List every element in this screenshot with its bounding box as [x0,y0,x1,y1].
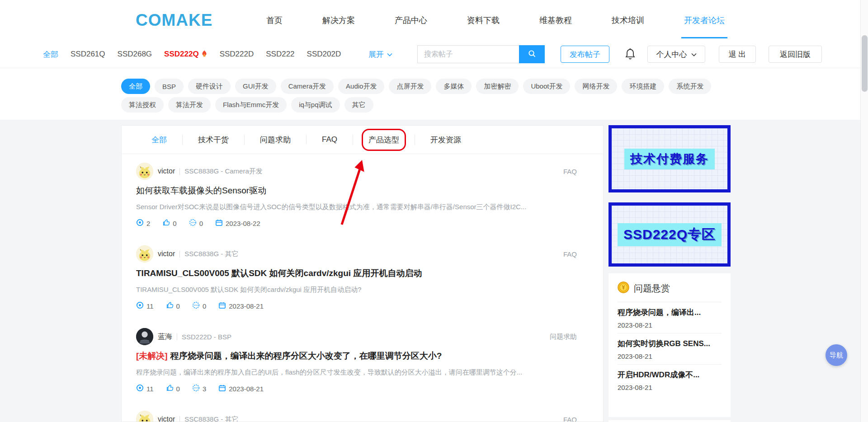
post-title-text: 如何获取车载摄像头的Sensor驱动 [136,186,266,195]
avatar[interactable] [136,411,153,422]
date-stat: 2023-08-21 [218,301,264,310]
search-button[interactable] [519,45,545,63]
post-title[interactable]: 如何获取车载摄像头的Sensor驱动 [136,185,577,196]
bounty-item-title: 开启HDR/WDR成像不... [618,370,722,380]
scrollbar-thumb[interactable] [862,35,868,92]
post-row[interactable]: victor SSC8838G - 其它 FAQ TIRAMISU_CLS00V… [136,237,577,319]
post-row[interactable]: victor SSC8838G - Camera开发 FAQ 如何获取车载摄像头… [136,154,577,237]
paid-service-banner[interactable]: 技术付费服务 [609,125,731,192]
main-nav-item[interactable]: 首页 [246,0,302,41]
category-chip[interactable]: BSP [155,79,184,94]
post-author[interactable]: victor [158,250,175,258]
comake-logo[interactable]: COMAKE [136,11,212,30]
main-nav-item[interactable]: 维基教程 [519,0,592,41]
ssd222q-zone-banner-text: SSD222Q专区 [618,223,722,246]
post-title[interactable]: TIRAMISU_CLS00V005 默认SDK 如何关闭cardv/zkgui… [136,267,577,279]
post-row[interactable]: 蓝海 SSD222D - BSP 问题求助 [未解决]程序烧录问题，编译出来的程… [136,319,577,402]
product-filter-item[interactable]: SSD268G [118,50,152,59]
category-chip[interactable]: 其它 [344,97,373,113]
post-title-text: TIRAMISU_CLS00V005 默认SDK 如何关闭cardv/zkgui… [136,268,422,278]
post-tab[interactable]: 开发资源 [415,135,476,145]
category-chip[interactable]: 系统开发 [669,79,711,94]
category-chip[interactable]: Audio开发 [338,79,384,94]
logout-button[interactable]: 退 出 [719,46,756,63]
category-chip[interactable]: Camera开发 [281,79,334,94]
avatar[interactable] [136,163,153,180]
post-author[interactable]: 蓝海 [158,332,172,342]
category-chip[interactable]: 加密解密 [476,79,519,94]
product-filter-item[interactable]: SSD222D [220,50,254,59]
category-chip-label: 全部 [129,82,142,91]
post-title-status-prefix: [未解决] [136,351,168,361]
category-chip[interactable]: 多媒体 [436,79,472,94]
category-chip[interactable]: 环境搭建 [622,79,664,94]
avatar[interactable] [136,328,153,345]
category-chip[interactable]: 硬件设计 [188,79,231,94]
search-input[interactable] [417,45,519,63]
category-chip[interactable]: 全部 [121,79,150,94]
likes-stat[interactable]: 0 [162,219,176,228]
category-chip[interactable]: Uboot开发 [523,79,570,94]
calendar-icon [218,301,226,310]
post-tab[interactable]: 技术干货 [182,135,244,145]
post-author[interactable]: victor [158,167,175,175]
comments-stat[interactable]: 3 [192,384,206,393]
comments-count: 0 [199,220,203,227]
category-chip[interactable]: GUI开发 [235,79,276,94]
chevron-down-icon [387,50,392,59]
likes-count: 0 [173,220,176,227]
product-filter-item[interactable]: SSD222 [266,50,294,59]
post-tab[interactable]: FAQ [306,135,353,144]
comments-stat[interactable]: 0 [192,301,206,310]
product-filter-item[interactable]: SSD222Q [164,49,208,60]
main-nav-item[interactable]: 技术培训 [592,0,664,41]
page: COMAKE 首页 解决方案 产品中心 资料下载 [0,0,868,422]
category-chip-label: Camera开发 [288,82,326,91]
back-to-old-version-button[interactable]: 返回旧版 [769,46,822,63]
product-filter-label: SSD268G [118,50,152,59]
post-summary: TIRAMISU_CLS00V005 默认SDK 如何关闭cardv/zkgui… [136,285,577,294]
category-chip[interactable]: 点屏开发 [389,79,431,94]
post-tab[interactable]: 全部 [136,135,182,145]
scrollbar-track[interactable] [860,0,868,422]
bounty-item[interactable]: 如何实时切换RGB SENS... 2023-08-21 [618,333,722,365]
category-chip[interactable]: Flash与Emmc开发 [215,97,287,113]
post-title[interactable]: [未解决]程序烧录问题，编译出来的程序分区大小改变了，在哪里调节分区大小? [136,350,577,361]
post-tab[interactable]: 问题求助 [244,135,306,145]
create-post-button[interactable]: 发布帖子 [561,46,609,63]
floating-nav-button[interactable]: 导航 [826,344,847,366]
post-tab[interactable]: 产品选型 [353,135,415,145]
product-filter-item[interactable]: 全部 [43,49,58,60]
post-stats: 2 0 0 2023-08-22 [136,219,577,228]
category-chip-label: 硬件设计 [196,82,223,91]
category-chip-label: 系统开发 [676,82,703,91]
bounty-item[interactable]: 开启HDR/WDR成像不... 2023-08-21 [618,365,722,395]
comments-stat[interactable]: 0 [189,219,203,228]
likes-stat[interactable]: 0 [166,384,180,393]
bounty-item-date: 2023-08-21 [618,352,722,360]
post-author[interactable]: victor [158,415,175,422]
product-filter-item[interactable]: SSD202D [307,50,341,59]
post-header: victor SSC8838G - 其它 FAQ [136,245,577,263]
bounty-item[interactable]: 程序烧录问题，编译出... 2023-08-21 [618,302,722,333]
category-chip[interactable]: 算法开发 [168,97,211,113]
notifications-button[interactable] [624,48,636,62]
expand-toggle[interactable]: 展开 [368,41,392,68]
divider [179,251,180,258]
category-chip[interactable]: 网络开发 [575,79,617,94]
ssd222q-zone-banner[interactable]: SSD222Q专区 [609,202,731,267]
main-nav-item[interactable]: 开发者论坛 [664,0,745,41]
avatar[interactable] [136,245,153,263]
main-nav-item[interactable]: 解决方案 [302,0,375,41]
main-nav-item[interactable]: 产品中心 [375,0,447,41]
post-row[interactable]: victor SSC8838G - 其它 FAQ [136,402,577,422]
date-stat: 2023-08-22 [215,219,260,228]
category-chip[interactable]: 算法授权 [121,97,164,113]
product-filter-item[interactable]: SSD261Q [71,50,105,59]
category-chip-label: iq与pq调试 [299,101,332,109]
category-chip-label: GUI开发 [243,82,269,91]
likes-stat[interactable]: 0 [166,301,180,310]
category-chip[interactable]: iq与pq调试 [291,97,340,113]
user-center-button[interactable]: 个人中心 [647,46,705,63]
main-nav-item[interactable]: 资料下载 [447,0,519,41]
